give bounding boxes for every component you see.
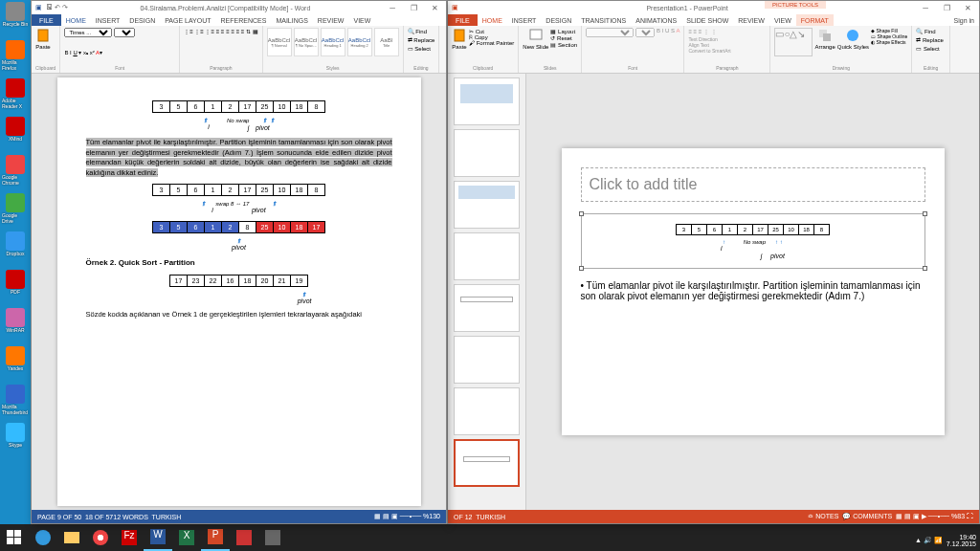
font-family-select[interactable] <box>586 28 634 37</box>
slide-body-text: • Tüm elamanlar pivot ile karşılaştırılm… <box>581 280 925 301</box>
tab-mailings[interactable]: MAILINGS <box>271 14 312 26</box>
quick-styles-button[interactable]: Quick Styles <box>837 28 869 50</box>
svg-rect-7 <box>14 530 21 537</box>
taskbar-chrome[interactable] <box>86 524 115 551</box>
tab-design[interactable]: DESIGN <box>541 14 576 26</box>
taskbar-ppt[interactable]: P <box>201 524 230 551</box>
desktop-icon[interactable]: Skype <box>2 423 29 455</box>
taskbar-app[interactable] <box>258 524 287 551</box>
tab-home[interactable]: HOME <box>478 14 507 26</box>
arrange-button[interactable]: Arrange <box>814 28 835 50</box>
shape-effects-button[interactable]: ◐ Shape Effects <box>871 39 907 45</box>
section-button[interactable]: ▤ Section <box>550 41 577 48</box>
tab-references[interactable]: REFERENCES <box>216 14 272 26</box>
desktop-icon[interactable]: Dropbox <box>2 231 29 264</box>
tab-insert[interactable]: INSERT <box>91 14 125 26</box>
cut-button[interactable]: ✂ Cut <box>469 28 514 34</box>
tab-view[interactable]: VIEW <box>769 14 796 26</box>
taskbar-word[interactable]: W <box>144 524 172 551</box>
desktop-icon[interactable]: Mozilla Firefox <box>2 40 29 73</box>
tab-design[interactable]: DESIGN <box>124 14 160 26</box>
smartart-button[interactable]: Convert to SmartArt <box>688 48 730 54</box>
layout-button[interactable]: ▦ Layout <box>550 28 577 34</box>
replace-button[interactable]: ⇄ Replace <box>916 36 944 43</box>
ppt-title: Presentation1 - PowerPoint <box>458 5 916 11</box>
tab-transitions[interactable]: TRANSITIONS <box>576 14 631 26</box>
desktop-icon[interactable]: Google Chrome <box>2 155 29 187</box>
thumbnail[interactable] <box>454 336 520 384</box>
word-document-area[interactable]: 35612172510188 ⇑ No swap ⇑ ⇑ ij pivot Tü… <box>32 74 446 510</box>
taskbar-excel[interactable]: X <box>172 524 201 551</box>
shapes-gallery[interactable]: ▭○△↘ <box>774 28 813 56</box>
tab-home[interactable]: HOME <box>61 14 91 26</box>
select-button[interactable]: ▭ Select <box>408 45 431 52</box>
array-table-4: 1723221618202119 <box>169 275 308 287</box>
tab-animations[interactable]: ANIMATIONS <box>631 14 681 26</box>
font-size-select[interactable]: 12 <box>114 28 135 37</box>
svg-rect-1 <box>530 30 542 39</box>
font-size-select[interactable] <box>635 28 655 37</box>
close-button[interactable]: ✕ <box>958 2 977 13</box>
style-title[interactable]: AaBlTitle <box>374 28 399 56</box>
desktop-icon[interactable]: Yandex <box>2 346 29 379</box>
thumbnail[interactable] <box>454 77 520 125</box>
style-heading2[interactable]: AaBbCcIHeading 2 <box>347 28 372 56</box>
title-placeholder[interactable]: Click to add title <box>581 167 925 202</box>
find-button[interactable]: 🔍 Find <box>408 28 427 34</box>
desktop-icon[interactable]: WinRAR <box>2 308 29 341</box>
thumbnail[interactable] <box>454 387 520 435</box>
select-button[interactable]: ▭ Select <box>916 45 939 52</box>
desktop-icon[interactable]: Adobe Reader X <box>2 78 29 111</box>
format-painter-button[interactable]: 🖌 Format Painter <box>469 40 514 46</box>
desktop-icon[interactable]: PDF <box>2 270 29 302</box>
array-table-1: 35612172510188 <box>152 100 325 113</box>
tab-format[interactable]: FORMAT <box>796 14 834 26</box>
sign-in-link[interactable]: Sign in <box>949 14 979 26</box>
taskbar-explorer[interactable] <box>57 524 86 551</box>
array-table: 35612172510188 <box>676 224 830 235</box>
minimize-button[interactable]: ─ <box>916 2 935 13</box>
desktop-icon[interactable]: XMind <box>2 117 29 149</box>
start-button[interactable] <box>0 524 29 551</box>
maximize-button[interactable]: ❐ <box>404 2 423 13</box>
replace-button[interactable]: ⇄ Replace <box>408 36 435 43</box>
tab-slideshow[interactable]: SLIDE SHOW <box>681 14 733 26</box>
minimize-button[interactable]: ─ <box>383 2 402 13</box>
close-button[interactable]: ✕ <box>425 2 444 13</box>
paste-button[interactable]: Paste <box>452 28 467 50</box>
style-heading1[interactable]: AaBbCcIHeading 1 <box>321 28 345 56</box>
taskbar-ie[interactable] <box>29 524 57 551</box>
thumbnail[interactable] <box>454 129 520 177</box>
word-titlebar: ▣ 🖫 ↶ ↷ 04.Siralama.Problemi.Analizi [Co… <box>32 1 446 14</box>
system-tray[interactable]: ▲ 🔊 📶 19:407.12.2015 <box>915 534 976 547</box>
reset-button[interactable]: ↺ Reset <box>550 34 577 41</box>
taskbar-app[interactable] <box>230 524 258 551</box>
style-normal[interactable]: AaBbCcI¶ Normal <box>267 28 292 56</box>
slide-thumbnails[interactable] <box>448 74 526 510</box>
desktop-icon[interactable]: Recycle Bin <box>2 2 29 34</box>
style-nospacing[interactable]: AaBbCcI¶ No Spac... <box>294 28 319 56</box>
maximize-button[interactable]: ❐ <box>937 2 956 13</box>
slide-canvas[interactable]: Click to add title 35612172510188 ↑ No s… <box>562 148 945 435</box>
tab-review[interactable]: REVIEW <box>313 14 349 26</box>
tab-view[interactable]: VIEW <box>348 14 375 26</box>
thumbnail[interactable] <box>454 284 520 332</box>
thumbnail[interactable] <box>454 181 520 229</box>
desktop-icon[interactable]: Mozilla Thunderbird <box>2 385 29 417</box>
new-slide-button[interactable]: New Slide <box>523 28 548 50</box>
file-tab[interactable]: FILE <box>448 14 478 26</box>
word-title: 04.Siralama.Problemi.Analizi [Compatibil… <box>68 5 383 11</box>
taskbar-filezilla[interactable]: Fz <box>115 524 144 551</box>
thumbnail[interactable] <box>454 232 520 280</box>
svg-point-4 <box>847 30 858 41</box>
find-button[interactable]: 🔍 Find <box>916 28 935 34</box>
font-family-select[interactable]: Times ... <box>64 28 112 37</box>
paste-button[interactable]: Paste <box>35 28 51 50</box>
file-tab[interactable]: FILE <box>32 14 61 26</box>
tab-pagelayout[interactable]: PAGE LAYOUT <box>160 14 215 26</box>
tab-insert[interactable]: INSERT <box>507 14 542 26</box>
tab-review[interactable]: REVIEW <box>733 14 769 26</box>
ppt-ribbon-tabs: FILE HOME INSERT DESIGN TRANSITIONS ANIM… <box>448 14 979 26</box>
desktop-icon[interactable]: Google Drive <box>2 193 29 226</box>
thumbnail-selected[interactable] <box>454 439 520 487</box>
